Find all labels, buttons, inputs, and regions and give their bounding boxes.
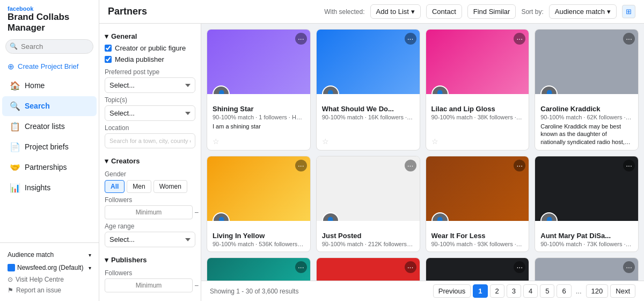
- card-star-button[interactable]: ☆: [322, 137, 329, 146]
- card-body: Shining Star 90-100% match · 1 followers…: [207, 94, 310, 134]
- card-meta: 90-100% match · 212K followers · Style: [322, 241, 414, 247]
- age-range-select[interactable]: Select...: [105, 232, 195, 247]
- card-avatar: 👤: [540, 85, 558, 94]
- page-5-button[interactable]: 5: [540, 284, 554, 298]
- sidebar-item-insights[interactable]: 📊 Insights: [2, 178, 97, 198]
- card-body: Just Posted 90-100% match · 212K followe…: [317, 221, 420, 252]
- card-star-button[interactable]: ☆: [540, 239, 547, 247]
- followers-range: –: [105, 205, 195, 219]
- card-image: ··· 👤: [207, 30, 310, 94]
- card-name: Just Posted: [322, 232, 414, 240]
- general-section-header[interactable]: ▾ General: [105, 29, 195, 42]
- checkbox-creator[interactable]: Creator or public figure: [105, 42, 195, 54]
- sidebar-item-search[interactable]: 🔍 Search: [2, 96, 97, 116]
- card-more-button[interactable]: ···: [623, 160, 635, 171]
- card-star-button[interactable]: ☆: [213, 137, 219, 146]
- card-more-button[interactable]: ···: [405, 33, 416, 45]
- prev-page-button[interactable]: Previous: [433, 284, 471, 298]
- card-meta: 90-100% match · 62K followers · Style: [540, 114, 633, 120]
- location-label: Location: [105, 124, 195, 132]
- sidebar-search[interactable]: 🔍: [5, 39, 93, 54]
- range-separator: –: [195, 209, 199, 216]
- page-last-button[interactable]: 120: [586, 284, 609, 298]
- page-2-button[interactable]: 2: [490, 284, 504, 298]
- preferred-post-select[interactable]: Select...: [105, 77, 195, 93]
- report-issue-link[interactable]: ⚑ Report an issue: [8, 285, 91, 296]
- card-item[interactable]: ··· 👤 ☆: [535, 257, 639, 281]
- create-project-brief-button[interactable]: ⊕ Create Project Brief: [0, 58, 99, 75]
- topics-select[interactable]: Select...: [105, 105, 195, 121]
- card-image: ··· 👤: [317, 156, 420, 221]
- gender-all-button[interactable]: All: [105, 180, 125, 193]
- card-star-button[interactable]: ☆: [431, 239, 438, 247]
- page-6-button[interactable]: 6: [557, 284, 571, 298]
- card-item[interactable]: ··· 👤 Caroline Kraddick 90-100% match · …: [535, 29, 639, 150]
- card-star-button[interactable]: ☆: [431, 137, 438, 146]
- card-more-button[interactable]: ···: [405, 160, 416, 171]
- card-item[interactable]: ··· 👤 Birmingham Mommy ☆: [207, 257, 311, 281]
- chevron-down-icon: ▾: [89, 265, 91, 271]
- sidebar-item-creator-lists[interactable]: 📋 Creator lists: [2, 117, 97, 137]
- cards-area: ··· 👤 Shining Star 90-100% match · 1 fol…: [201, 24, 644, 281]
- sort-dropdown[interactable]: Audience match ▾: [549, 4, 617, 19]
- creator-checkbox[interactable]: [105, 45, 112, 52]
- card-name: What Should We Do...: [322, 105, 414, 113]
- card-image: ··· 👤: [535, 156, 638, 221]
- card-item[interactable]: ··· 👤 Aunt Mary Pat DiSa... 90-100% matc…: [535, 156, 639, 252]
- card-more-button[interactable]: ···: [514, 160, 525, 171]
- add-to-list-button[interactable]: Add to List ▾: [370, 4, 421, 19]
- search-nav-icon: 🔍: [10, 101, 20, 111]
- card-image: ··· 👤: [426, 30, 529, 94]
- gender-women-button[interactable]: Women: [153, 180, 187, 193]
- card-star-button[interactable]: ☆: [322, 239, 329, 247]
- card-item[interactable]: ··· 👤 Living In Yellow 90-100% match · 5…: [207, 156, 311, 252]
- card-more-button[interactable]: ···: [623, 33, 635, 45]
- card-star-button[interactable]: ☆: [540, 137, 547, 146]
- card-more-button[interactable]: ···: [623, 261, 635, 273]
- pagination: Previous 1 2 3 4 5 6 ... 120 Next: [433, 284, 635, 298]
- media-checkbox[interactable]: [105, 56, 112, 63]
- page-4-button[interactable]: 4: [523, 284, 538, 298]
- sidebar-item-partnerships[interactable]: 🤝 Partnerships: [2, 157, 97, 177]
- newsfeed-dropdown[interactable]: Newsfeed.org (Default) ▾: [8, 261, 91, 274]
- card-more-button[interactable]: ···: [295, 160, 307, 171]
- card-item[interactable]: ··· 👤 Shining Star 90-100% match · 1 fol…: [207, 29, 311, 150]
- card-item[interactable]: ··· 👤 Just Posted 90-100% match · 212K f…: [316, 156, 420, 252]
- card-more-button[interactable]: ···: [514, 33, 525, 45]
- page-3-button[interactable]: 3: [507, 284, 521, 298]
- caret-icon: ▾: [105, 157, 108, 165]
- card-item[interactable]: ··· 👤 Lilac and Lip Gloss 90-100% match …: [426, 29, 530, 150]
- chevron-down-icon: ▾: [89, 252, 91, 258]
- followers-min-input[interactable]: [105, 205, 193, 219]
- card-star-button[interactable]: ☆: [213, 239, 219, 247]
- page-1-button[interactable]: 1: [473, 284, 487, 298]
- sidebar-item-project-briefs[interactable]: 📄 Project briefs: [2, 137, 97, 157]
- location-input[interactable]: [105, 133, 195, 148]
- card-item[interactable]: ··· 👤 Kids Steals & Deals ☆: [316, 257, 420, 281]
- card-more-button[interactable]: ···: [514, 261, 525, 273]
- grid-view-button[interactable]: ⊞: [622, 5, 635, 18]
- card-more-button[interactable]: ···: [295, 261, 307, 273]
- card-item[interactable]: ··· 👤 Kroger Kray ☆: [426, 257, 530, 281]
- card-more-button[interactable]: ···: [405, 261, 416, 273]
- card-more-button[interactable]: ···: [295, 33, 307, 45]
- visit-help-link[interactable]: ⊙ Visit Help Centre: [8, 274, 91, 285]
- sidebar-item-home[interactable]: 🏠 Home: [2, 76, 97, 96]
- sidebar-search-input[interactable]: [5, 39, 93, 54]
- top-bar: Partners With selected: Add to List ▾ Co…: [99, 0, 644, 24]
- creators-section-header[interactable]: ▾ Creators: [105, 154, 195, 167]
- audience-match-dropdown[interactable]: Audience match ▾: [8, 248, 91, 261]
- checkbox-media[interactable]: Media publisher: [105, 54, 195, 65]
- card-item[interactable]: ··· 👤 Wear It For Less 90-100% match · 9…: [426, 156, 530, 252]
- contact-button[interactable]: Contact: [426, 4, 462, 19]
- card-image: ··· 👤: [426, 258, 529, 281]
- find-similar-button[interactable]: Find Similar: [467, 4, 516, 19]
- card-meta: 90-100% match · 73K followers · Music: [540, 241, 633, 247]
- pub-followers-min-input[interactable]: [105, 278, 193, 292]
- card-image: ··· 👤: [535, 258, 638, 281]
- card-item[interactable]: ··· 👤 What Should We Do... 90-100% match…: [316, 29, 420, 150]
- next-page-button[interactable]: Next: [610, 284, 635, 298]
- gender-men-button[interactable]: Men: [127, 180, 151, 193]
- grid-icon: ⊞: [626, 8, 632, 16]
- publishers-section-header[interactable]: ▾ Publishers: [105, 253, 195, 266]
